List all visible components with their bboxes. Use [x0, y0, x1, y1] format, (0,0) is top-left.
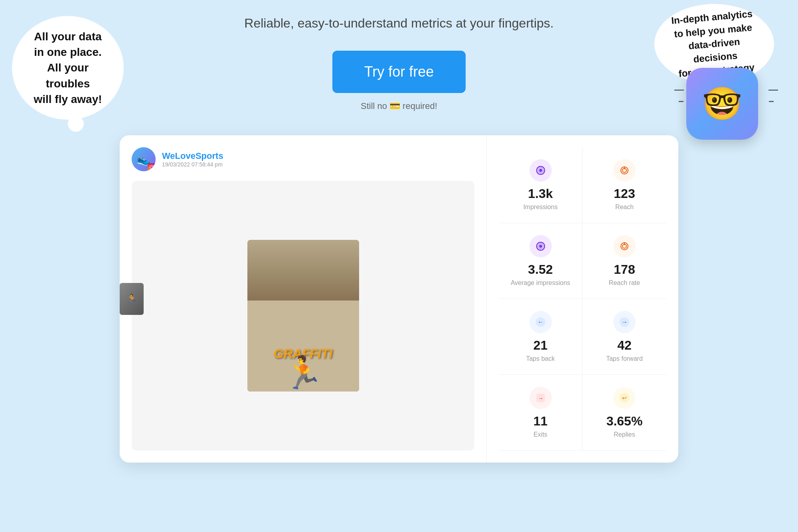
svg-rect-0 [150, 165, 154, 169]
svg-point-1 [151, 166, 153, 168]
speech-bubble-left: All your datain one place.All your troub… [12, 16, 124, 120]
metrics-panel: 1.3kImpressions123Reach3.52Average impre… [487, 135, 678, 463]
metric-label-7: Replies [614, 431, 635, 438]
metric-item-average-impressions: 3.52Average impressions [499, 223, 583, 299]
svg-point-10 [539, 245, 542, 248]
sparkle-left: — [674, 84, 684, 95]
metric-icon-amber: ↩ [613, 387, 636, 409]
svg-text:→: → [621, 318, 628, 325]
metric-label-5: Taps forward [606, 355, 643, 362]
metric-value-1: 123 [614, 186, 635, 201]
metric-value-7: 3.65% [606, 414, 643, 429]
post-image: GRAFFITI 🏃 [247, 240, 359, 392]
metric-icon-red: → [529, 387, 552, 409]
post-panel: 🏃 👟 WeLove [120, 135, 487, 463]
metric-value-5: 42 [617, 338, 632, 353]
metric-item-taps-forward: →42Taps forward [583, 299, 666, 375]
metric-label-6: Exits [533, 431, 547, 438]
metric-icon-purple [529, 235, 552, 257]
mascot-face: 🤓 [702, 88, 742, 120]
metric-icon-orange [613, 235, 636, 257]
no-card-text: Still no 💳 required! [361, 101, 437, 111]
post-timestamp: 19/03/2022 07:58:44 pm [162, 161, 223, 168]
svg-point-4 [539, 169, 542, 172]
mascot: 🤓 — — − − [686, 68, 766, 148]
metric-label-0: Impressions [523, 204, 557, 211]
post-username: WeLoveSports [162, 151, 223, 161]
try-free-button[interactable]: Try for free [332, 51, 466, 93]
metric-icon-orange [613, 159, 636, 182]
metric-value-2: 3.52 [528, 262, 553, 277]
speech-left-text: All your datain one place.All your troub… [24, 29, 112, 107]
no-card-suffix: required! [403, 101, 437, 111]
person-silhouette: 🏃 [283, 354, 323, 392]
metric-icon-blue-forward: → [613, 311, 636, 333]
svg-text:↩: ↩ [622, 395, 627, 401]
metric-item-taps-back: ←21Taps back [499, 299, 583, 375]
metric-value-6: 11 [533, 414, 548, 429]
card-emoji-icon: 💳 [389, 101, 400, 111]
sparkle-right: — [768, 84, 778, 95]
thumbnail-strip: 🏃 [120, 283, 144, 315]
avatar: 👟 [132, 147, 156, 171]
no-card-label: Still no [361, 101, 387, 111]
thumbnail-item: 🏃 [120, 283, 144, 315]
metric-item-exits: →11Exits [499, 375, 583, 451]
instagram-badge-icon [148, 163, 156, 171]
dashboard-card: 🏃 👟 WeLove [120, 135, 678, 463]
page-wrapper: All your datain one place.All your troub… [0, 0, 798, 532]
svg-text:→: → [538, 395, 543, 401]
metric-value-0: 1.3k [528, 186, 553, 201]
post-image-container: GRAFFITI 🏃 [132, 181, 474, 451]
metric-item-impressions: 1.3kImpressions [499, 147, 583, 223]
metric-item-reach-rate: 178Reach rate [583, 223, 666, 299]
graffiti-bg: GRAFFITI 🏃 [247, 240, 359, 392]
metric-label-4: Taps back [526, 355, 555, 362]
metric-item-reach: 123Reach [583, 147, 666, 223]
hero-subtitle: Reliable, easy-to-understand metrics at … [244, 16, 553, 31]
metric-icon-blue: ← [529, 311, 552, 333]
metric-icon-purple [529, 159, 552, 182]
metric-label-2: Average impressions [511, 279, 570, 287]
metric-value-4: 21 [533, 338, 548, 353]
metric-label-1: Reach [615, 204, 634, 211]
sparkle-right2: − [768, 96, 774, 107]
metric-label-3: Reach rate [609, 279, 640, 287]
svg-text:←: ← [537, 318, 544, 325]
metric-item-replies: ↩3.65%Replies [583, 375, 666, 451]
post-meta: WeLoveSports 19/03/2022 07:58:44 pm [162, 151, 223, 168]
sparkle-left2: − [678, 96, 684, 107]
metric-value-3: 178 [614, 262, 635, 277]
post-header: 👟 WeLoveSports 19/03/2022 07:58:44 pm [132, 147, 474, 171]
svg-point-2 [152, 166, 153, 167]
